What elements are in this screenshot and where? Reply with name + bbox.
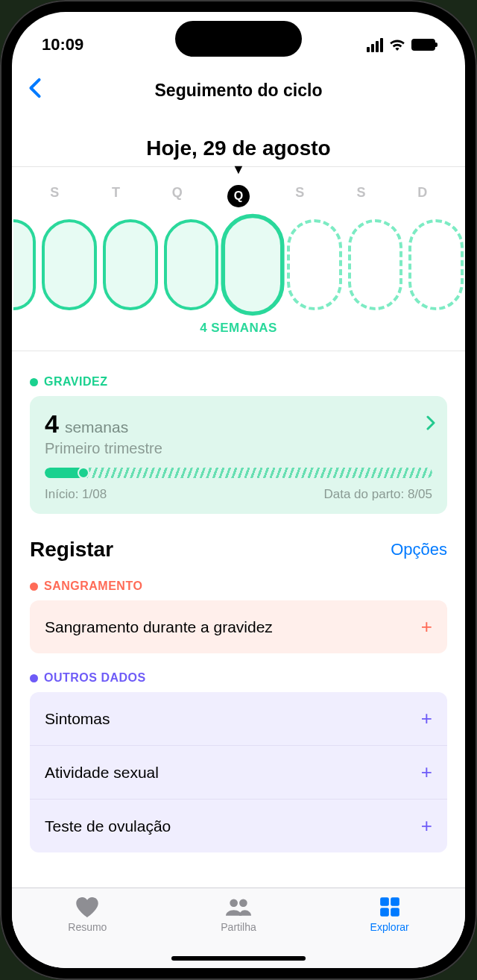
day-cell-future[interactable]: [287, 219, 342, 310]
svg-point-0: [230, 899, 238, 907]
other-section-text: OUTROS DADOS: [44, 671, 146, 685]
status-time: 10:09: [42, 35, 83, 54]
sexual-activity-row[interactable]: Atividade sexual +: [30, 746, 447, 800]
day-cell[interactable]: [103, 219, 158, 310]
tab-label: Resumo: [68, 921, 107, 933]
heart-icon: [75, 896, 100, 918]
people-icon: [226, 896, 251, 918]
add-icon[interactable]: +: [421, 707, 432, 730]
svg-rect-3: [391, 897, 399, 906]
pregnancy-weeks-unit: semanas: [65, 418, 128, 436]
other-section-label: OUTROS DADOS: [30, 671, 447, 685]
pregnancy-start: Início: 1/08: [45, 487, 107, 502]
cellular-signal-icon: [367, 38, 383, 52]
day-cell-future[interactable]: [408, 219, 464, 310]
phone-frame: 10:09 Seguimento do ciclo Hoje, 29 de ag…: [0, 0, 477, 980]
add-icon[interactable]: +: [421, 814, 432, 838]
bleeding-section-text: SANGRAMENTO: [44, 579, 142, 593]
row-label: Teste de ovulação: [45, 817, 171, 835]
week-strip[interactable]: S T Q Q S S D: [12, 167, 465, 357]
pregnancy-meta: Início: 1/08 Data do parto: 8/05: [45, 487, 432, 502]
pregnancy-progress-track: [45, 468, 432, 478]
log-header: Registar Opções: [30, 538, 447, 562]
tab-summary[interactable]: Resumo: [12, 896, 163, 968]
weekday-label: S: [269, 176, 330, 216]
row-label: Sintomas: [45, 710, 110, 728]
day-cell[interactable]: [13, 219, 36, 310]
day-cell-future[interactable]: [348, 219, 403, 310]
symptoms-row[interactable]: Sintomas +: [30, 692, 447, 746]
pregnancy-section-label: GRAVIDEZ: [30, 375, 447, 389]
log-title: Registar: [30, 538, 113, 562]
weekday-label: Q: [147, 176, 208, 216]
row-label: Atividade sexual: [45, 764, 159, 782]
weekday-label: D: [392, 176, 453, 216]
weekday-label: S: [330, 176, 391, 216]
svg-point-1: [239, 899, 247, 907]
date-heading: Hoje, 29 de agosto: [12, 113, 465, 167]
battery-icon: [411, 39, 435, 51]
other-data-group: Sintomas + Atividade sexual + Teste de o…: [30, 692, 447, 852]
home-indicator[interactable]: [171, 956, 306, 961]
grid-icon: [377, 896, 402, 918]
pregnancy-card[interactable]: 4 semanas Primeiro trimestre Início: 1/0…: [30, 396, 447, 514]
pregnancy-section-text: GRAVIDEZ: [44, 375, 107, 389]
options-button[interactable]: Opções: [391, 540, 447, 559]
pregnancy-trimester: Primeiro trimestre: [45, 440, 432, 457]
svg-rect-4: [380, 908, 389, 917]
status-indicators: [367, 38, 435, 52]
date-heading-wrap: Hoje, 29 de agosto ▼: [12, 113, 465, 167]
weeks-caption: 4 SEMANAS: [12, 310, 465, 351]
phone-screen: 10:09 Seguimento do ciclo Hoje, 29 de ag…: [12, 12, 465, 968]
dynamic-island: [175, 21, 302, 57]
day-cell[interactable]: [164, 219, 219, 310]
chevron-right-icon: [426, 414, 435, 435]
navigation-bar: Seguimento do ciclo: [12, 63, 465, 113]
page-title: Seguimento do ciclo: [30, 81, 447, 101]
dot-icon: [30, 378, 38, 386]
tab-explore[interactable]: Explorar: [314, 896, 465, 968]
pregnancy-weeks-value: 4: [45, 409, 59, 439]
content-area: Hoje, 29 de agosto ▼ S T Q Q S S D: [12, 113, 465, 888]
day-ovals-row[interactable]: [12, 219, 465, 310]
svg-rect-2: [380, 897, 389, 906]
wifi-icon: [389, 39, 405, 51]
bleeding-section-label: SANGRAMENTO: [30, 579, 447, 593]
weekday-label: T: [85, 176, 146, 216]
weekday-label-today: Q: [208, 176, 269, 216]
pregnancy-due: Data do parto: 8/05: [323, 487, 432, 502]
ovulation-test-row[interactable]: Teste de ovulação +: [30, 800, 447, 852]
today-indicator: Q: [227, 185, 250, 207]
dot-icon: [30, 582, 38, 591]
day-cell-today[interactable]: [221, 214, 285, 316]
tab-label: Explorar: [370, 921, 409, 933]
bleeding-row-label: Sangramento durante a gravidez: [45, 618, 273, 636]
back-button[interactable]: [28, 77, 42, 104]
dot-icon: [30, 674, 38, 682]
weekday-label: S: [24, 176, 85, 216]
svg-rect-5: [391, 908, 399, 917]
today-marker-icon: ▼: [232, 162, 245, 178]
day-cell[interactable]: [42, 219, 97, 310]
weekday-labels: S T Q Q S S D: [12, 176, 465, 216]
tab-label: Partilha: [221, 921, 256, 933]
bleeding-row[interactable]: Sangramento durante a gravidez +: [30, 600, 447, 653]
add-icon[interactable]: +: [421, 615, 432, 638]
add-icon[interactable]: +: [421, 761, 432, 784]
pregnancy-progress-knob: [78, 468, 89, 478]
